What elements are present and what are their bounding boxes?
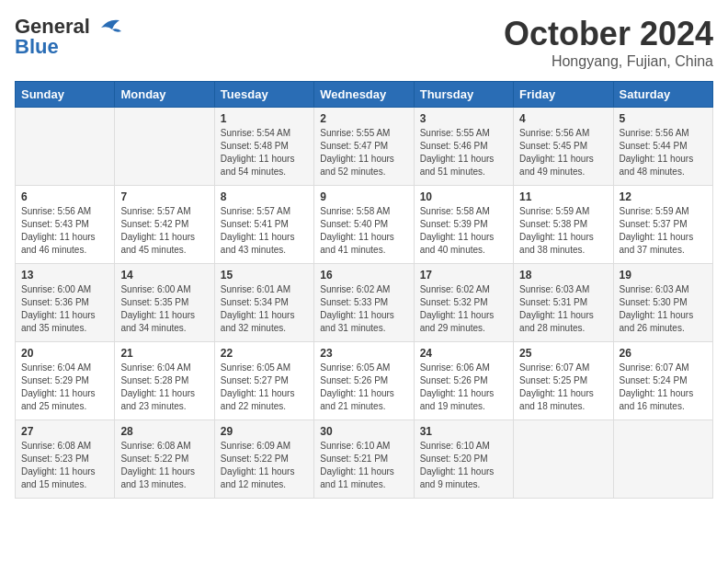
day-info: Sunrise: 6:03 AM Sunset: 5:30 PM Dayligh… — [620, 283, 707, 335]
calendar-cell: 2Sunrise: 5:55 AM Sunset: 5:47 PM Daylig… — [314, 108, 414, 186]
calendar-cell: 19Sunrise: 6:03 AM Sunset: 5:30 PM Dayli… — [613, 264, 712, 342]
calendar-cell: 29Sunrise: 6:09 AM Sunset: 5:22 PM Dayli… — [214, 420, 313, 499]
day-number: 17 — [420, 269, 507, 282]
calendar-table: SundayMondayTuesdayWednesdayThursdayFrid… — [15, 81, 713, 499]
day-number: 26 — [620, 347, 707, 360]
location-subtitle: Hongyang, Fujian, China — [504, 53, 713, 70]
day-number: 22 — [221, 347, 308, 360]
calendar-cell: 12Sunrise: 5:59 AM Sunset: 5:37 PM Dayli… — [613, 186, 712, 264]
day-info: Sunrise: 5:59 AM Sunset: 5:37 PM Dayligh… — [620, 205, 707, 257]
logo-bird-icon — [94, 17, 123, 37]
day-info: Sunrise: 6:10 AM Sunset: 5:21 PM Dayligh… — [320, 440, 407, 491]
day-number: 16 — [320, 269, 407, 282]
weekday-header-sunday: Sunday — [16, 82, 115, 108]
calendar-cell: 3Sunrise: 5:55 AM Sunset: 5:46 PM Daylig… — [414, 108, 513, 186]
day-number: 1 — [221, 112, 308, 125]
day-info: Sunrise: 6:07 AM Sunset: 5:24 PM Dayligh… — [620, 362, 707, 413]
weekday-header-saturday: Saturday — [613, 82, 712, 108]
day-info: Sunrise: 6:06 AM Sunset: 5:26 PM Dayligh… — [420, 362, 507, 413]
day-info: Sunrise: 6:02 AM Sunset: 5:33 PM Dayligh… — [320, 283, 407, 335]
day-number: 15 — [221, 269, 308, 282]
day-info: Sunrise: 6:07 AM Sunset: 5:25 PM Dayligh… — [519, 362, 607, 413]
day-info: Sunrise: 6:02 AM Sunset: 5:32 PM Dayligh… — [420, 283, 507, 335]
day-info: Sunrise: 6:00 AM Sunset: 5:35 PM Dayligh… — [120, 283, 208, 335]
day-info: Sunrise: 5:56 AM Sunset: 5:43 PM Dayligh… — [21, 205, 108, 257]
calendar-cell: 18Sunrise: 6:03 AM Sunset: 5:31 PM Dayli… — [514, 264, 613, 342]
day-number: 11 — [519, 190, 607, 203]
calendar-cell: 5Sunrise: 5:56 AM Sunset: 5:44 PM Daylig… — [613, 108, 712, 186]
day-info: Sunrise: 6:05 AM Sunset: 5:26 PM Dayligh… — [320, 362, 407, 413]
day-info: Sunrise: 6:08 AM Sunset: 5:22 PM Dayligh… — [120, 440, 208, 491]
day-number: 19 — [620, 269, 707, 282]
day-info: Sunrise: 6:08 AM Sunset: 5:23 PM Dayligh… — [21, 440, 108, 491]
day-info: Sunrise: 6:04 AM Sunset: 5:29 PM Dayligh… — [21, 362, 108, 413]
calendar-cell: 26Sunrise: 6:07 AM Sunset: 5:24 PM Dayli… — [613, 342, 712, 420]
weekday-header-monday: Monday — [115, 82, 214, 108]
day-info: Sunrise: 6:10 AM Sunset: 5:20 PM Dayligh… — [420, 440, 507, 491]
day-info: Sunrise: 5:54 AM Sunset: 5:48 PM Dayligh… — [221, 127, 308, 178]
calendar-cell: 9Sunrise: 5:58 AM Sunset: 5:40 PM Daylig… — [314, 186, 414, 264]
day-info: Sunrise: 6:00 AM Sunset: 5:36 PM Dayligh… — [21, 283, 108, 335]
weekday-header-wednesday: Wednesday — [314, 82, 414, 108]
day-number: 14 — [120, 269, 208, 282]
day-number: 25 — [519, 347, 607, 360]
calendar-week-row: 6Sunrise: 5:56 AM Sunset: 5:43 PM Daylig… — [16, 186, 713, 264]
day-number: 4 — [519, 112, 607, 125]
calendar-cell: 28Sunrise: 6:08 AM Sunset: 5:22 PM Dayli… — [115, 420, 214, 499]
day-number: 12 — [620, 190, 707, 203]
calendar-cell: 14Sunrise: 6:00 AM Sunset: 5:35 PM Dayli… — [115, 264, 214, 342]
day-info: Sunrise: 6:03 AM Sunset: 5:31 PM Dayligh… — [519, 283, 607, 335]
day-info: Sunrise: 5:58 AM Sunset: 5:40 PM Dayligh… — [320, 205, 407, 257]
calendar-cell: 13Sunrise: 6:00 AM Sunset: 5:36 PM Dayli… — [16, 264, 115, 342]
calendar-cell: 4Sunrise: 5:56 AM Sunset: 5:45 PM Daylig… — [514, 108, 613, 186]
day-info: Sunrise: 5:57 AM Sunset: 5:41 PM Dayligh… — [221, 205, 308, 257]
weekday-header-tuesday: Tuesday — [214, 82, 313, 108]
calendar-cell — [514, 420, 613, 499]
day-number: 2 — [320, 112, 407, 125]
day-info: Sunrise: 6:09 AM Sunset: 5:22 PM Dayligh… — [221, 440, 308, 491]
calendar-cell: 20Sunrise: 6:04 AM Sunset: 5:29 PM Dayli… — [16, 342, 115, 420]
day-number: 31 — [420, 425, 507, 438]
month-title: October 2024 — [504, 15, 713, 53]
day-number: 7 — [120, 190, 208, 203]
title-block: October 2024 Hongyang, Fujian, China — [504, 15, 713, 70]
calendar-cell: 17Sunrise: 6:02 AM Sunset: 5:32 PM Dayli… — [414, 264, 513, 342]
logo-text-blue: Blue — [15, 35, 59, 59]
day-number: 8 — [221, 190, 308, 203]
day-number: 5 — [620, 112, 707, 125]
calendar-cell: 27Sunrise: 6:08 AM Sunset: 5:23 PM Dayli… — [16, 420, 115, 499]
day-number: 18 — [519, 269, 607, 282]
day-info: Sunrise: 5:56 AM Sunset: 5:44 PM Dayligh… — [620, 127, 707, 178]
day-number: 3 — [420, 112, 507, 125]
calendar-cell: 24Sunrise: 6:06 AM Sunset: 5:26 PM Dayli… — [414, 342, 513, 420]
day-info: Sunrise: 5:55 AM Sunset: 5:46 PM Dayligh… — [420, 127, 507, 178]
day-number: 29 — [221, 425, 308, 438]
calendar-cell: 31Sunrise: 6:10 AM Sunset: 5:20 PM Dayli… — [414, 420, 513, 499]
calendar-cell: 15Sunrise: 6:01 AM Sunset: 5:34 PM Dayli… — [214, 264, 313, 342]
day-number: 30 — [320, 425, 407, 438]
day-number: 20 — [21, 347, 108, 360]
calendar-cell: 30Sunrise: 6:10 AM Sunset: 5:21 PM Dayli… — [314, 420, 414, 499]
day-number: 23 — [320, 347, 407, 360]
calendar-cell: 25Sunrise: 6:07 AM Sunset: 5:25 PM Dayli… — [514, 342, 613, 420]
day-info: Sunrise: 6:05 AM Sunset: 5:27 PM Dayligh… — [221, 362, 308, 413]
calendar-cell — [613, 420, 712, 499]
calendar-cell: 22Sunrise: 6:05 AM Sunset: 5:27 PM Dayli… — [214, 342, 313, 420]
calendar-week-row: 13Sunrise: 6:00 AM Sunset: 5:36 PM Dayli… — [16, 264, 713, 342]
day-number: 6 — [21, 190, 108, 203]
day-info: Sunrise: 5:58 AM Sunset: 5:39 PM Dayligh… — [420, 205, 507, 257]
calendar-header-row: SundayMondayTuesdayWednesdayThursdayFrid… — [16, 82, 713, 108]
calendar-cell: 11Sunrise: 5:59 AM Sunset: 5:38 PM Dayli… — [514, 186, 613, 264]
day-number: 10 — [420, 190, 507, 203]
calendar-cell — [16, 108, 115, 186]
day-number: 27 — [21, 425, 108, 438]
calendar-cell: 10Sunrise: 5:58 AM Sunset: 5:39 PM Dayli… — [414, 186, 513, 264]
calendar-week-row: 1Sunrise: 5:54 AM Sunset: 5:48 PM Daylig… — [16, 108, 713, 186]
logo: General Blue — [15, 15, 123, 59]
calendar-cell: 7Sunrise: 5:57 AM Sunset: 5:42 PM Daylig… — [115, 186, 214, 264]
weekday-header-friday: Friday — [514, 82, 613, 108]
calendar-week-row: 20Sunrise: 6:04 AM Sunset: 5:29 PM Dayli… — [16, 342, 713, 420]
calendar-cell: 16Sunrise: 6:02 AM Sunset: 5:33 PM Dayli… — [314, 264, 414, 342]
calendar-week-row: 27Sunrise: 6:08 AM Sunset: 5:23 PM Dayli… — [16, 420, 713, 499]
day-number: 28 — [120, 425, 208, 438]
